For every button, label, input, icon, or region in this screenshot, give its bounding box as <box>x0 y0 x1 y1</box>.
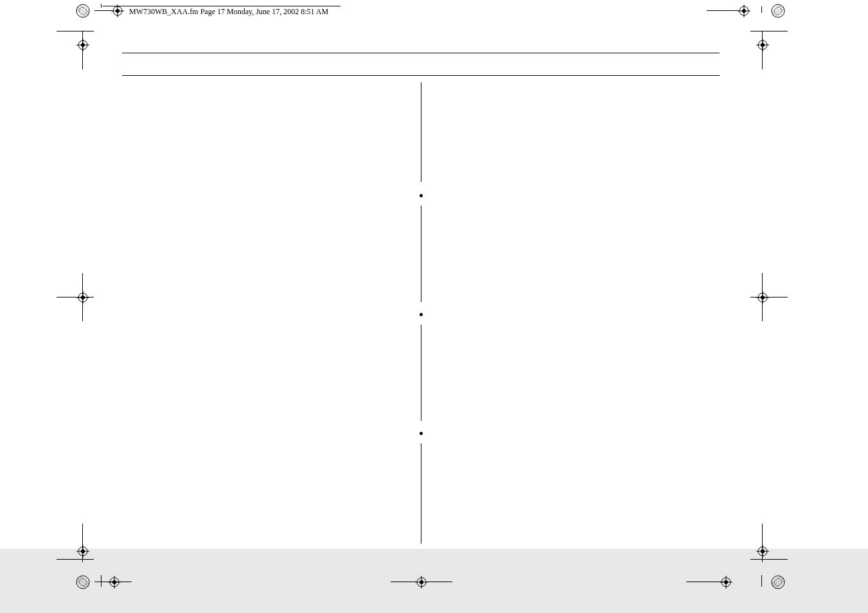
top-rule-2 <box>122 75 720 76</box>
column-rule-dot <box>420 313 423 316</box>
column-rule-dot <box>420 432 423 435</box>
crop-mark <box>427 582 452 582</box>
crop-mark <box>101 4 102 8</box>
crosshair-icon <box>738 4 750 17</box>
crosshair-icon <box>76 291 89 304</box>
crop-mark <box>761 6 762 13</box>
column-rule-dot <box>420 194 423 197</box>
column-rule-seg <box>421 206 421 302</box>
crop-mark <box>750 31 788 31</box>
crosshair-icon <box>76 545 89 558</box>
crop-mark <box>391 582 416 582</box>
top-rule-1 <box>122 53 720 53</box>
registration-circle-icon <box>76 4 90 18</box>
crosshair-icon <box>108 576 121 589</box>
crop-mark <box>707 10 739 11</box>
crop-mark <box>94 582 132 582</box>
crop-mark <box>761 575 762 587</box>
crosshair-icon <box>76 39 89 51</box>
column-rule-seg <box>421 82 421 182</box>
footer-band <box>0 549 868 613</box>
registration-circle-icon <box>771 4 785 18</box>
crosshair-icon <box>756 545 769 558</box>
column-rule-seg <box>421 443 421 544</box>
column-rule-seg <box>421 324 421 421</box>
crop-mark <box>750 559 788 560</box>
crosshair-icon <box>720 576 732 589</box>
crosshair-icon <box>756 291 769 304</box>
header-overline <box>103 6 341 6</box>
header-filename: MW730WB_XAA.fm Page 17 Monday, June 17, … <box>129 7 328 17</box>
crosshair-icon <box>111 4 124 17</box>
crosshair-icon <box>415 576 428 589</box>
crop-mark <box>94 10 112 11</box>
crosshair-icon <box>756 39 769 51</box>
crop-mark <box>57 559 94 560</box>
crop-mark <box>101 575 102 587</box>
registration-circle-icon <box>771 575 785 589</box>
crop-mark <box>686 582 723 582</box>
crop-mark <box>57 31 94 31</box>
registration-circle-icon <box>76 575 90 589</box>
